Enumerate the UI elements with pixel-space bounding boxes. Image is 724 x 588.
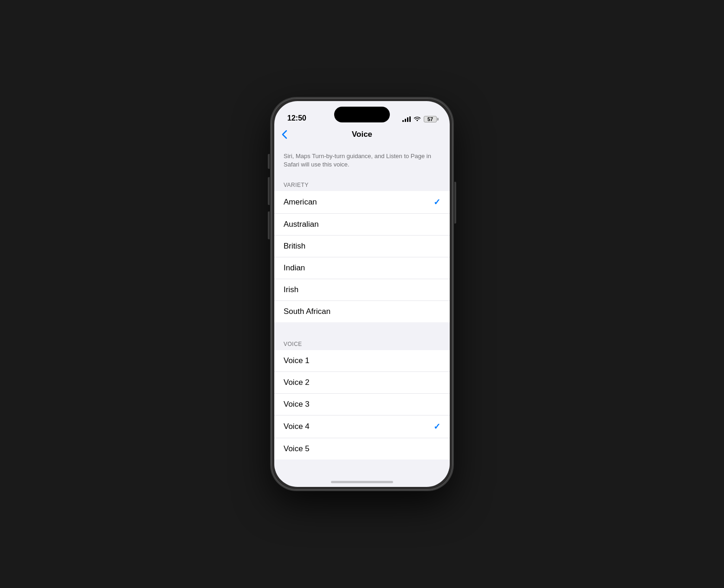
voice-item-label: Voice 1 (284, 356, 310, 365)
voice-item-label: Voice 3 (284, 400, 310, 409)
nav-bar: Voice (274, 126, 450, 145)
list-item[interactable]: Voice 4 ✓ (274, 415, 450, 438)
home-indicator (274, 471, 450, 487)
check-icon: ✓ (433, 197, 440, 207)
back-button[interactable] (282, 130, 287, 139)
variety-item-label: South African (284, 307, 330, 316)
status-time: 12:50 (287, 114, 306, 122)
list-item[interactable]: Voice 5 (274, 438, 450, 460)
list-item[interactable]: South African (274, 301, 450, 322)
list-item[interactable]: Voice 1 (274, 350, 450, 372)
variety-list: American ✓ Australian British Indian Iri… (274, 191, 450, 322)
signal-icon (402, 116, 411, 122)
bottom-padding (274, 460, 450, 469)
section-gap (274, 322, 450, 337)
variety-item-label: American (284, 198, 317, 207)
list-item[interactable]: Irish (274, 279, 450, 301)
variety-section-header: VARIETY (274, 178, 450, 191)
home-bar (331, 481, 393, 483)
list-item[interactable]: American ✓ (274, 191, 450, 214)
voice-item-label: Voice 5 (284, 444, 310, 454)
list-item[interactable]: British (274, 236, 450, 257)
description-text: Siri, Maps Turn-by-turn guidance, and Li… (274, 145, 450, 178)
variety-item-label: Australian (284, 220, 319, 229)
voice-item-label: Voice 4 (284, 422, 310, 431)
voice-list: Voice 1 Voice 2 Voice 3 Voice 4 ✓ Voice … (274, 350, 450, 460)
volume-down-button (268, 211, 270, 239)
power-button (454, 182, 456, 224)
volume-up-button (268, 177, 270, 205)
voice-item-label: Voice 2 (284, 378, 310, 387)
phone-screen: 12:50 57 (274, 101, 450, 487)
list-item[interactable]: Indian (274, 257, 450, 279)
content-area: Siri, Maps Turn-by-turn guidance, and Li… (274, 145, 450, 471)
variety-item-label: Irish (284, 285, 298, 294)
variety-item-label: British (284, 242, 305, 251)
page-title: Voice (352, 130, 372, 139)
phone-frame: 12:50 57 (272, 98, 452, 490)
variety-item-label: Indian (284, 263, 305, 273)
list-item[interactable]: Australian (274, 214, 450, 236)
mute-button (268, 154, 270, 169)
wifi-icon (414, 115, 421, 122)
list-item[interactable]: Voice 3 (274, 394, 450, 415)
status-icons: 57 (402, 115, 437, 122)
list-item[interactable]: Voice 2 (274, 372, 450, 394)
dynamic-island (334, 107, 390, 122)
battery-icon: 57 (424, 116, 437, 122)
voice-section-header: VOICE (274, 337, 450, 350)
check-icon: ✓ (433, 422, 440, 432)
